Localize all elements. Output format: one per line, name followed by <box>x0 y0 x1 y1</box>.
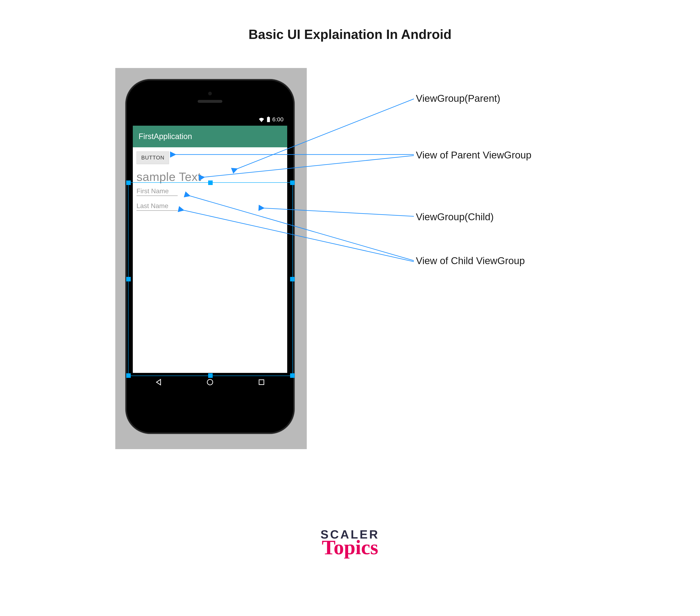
diagram-area: 6:00 FirstApplication BUTTON sample Text… <box>115 68 609 501</box>
status-time: 6:00 <box>272 116 284 123</box>
svg-point-2 <box>207 380 213 385</box>
svg-rect-1 <box>268 116 269 117</box>
home-icon[interactable] <box>206 378 214 386</box>
svg-rect-0 <box>267 117 270 122</box>
navigation-bar <box>133 373 287 392</box>
brand-logo-bottom: Topics <box>0 535 700 559</box>
phone-camera-icon <box>208 92 212 95</box>
label-parent-viewgroup: ViewGroup(Parent) <box>416 93 500 104</box>
first-name-input[interactable]: First Name <box>137 187 178 196</box>
phone-speaker-icon <box>198 100 222 103</box>
battery-icon <box>267 116 270 122</box>
recents-icon[interactable] <box>257 378 266 386</box>
phone-screen: 6:00 FirstApplication BUTTON sample Text… <box>133 113 287 392</box>
phone-backdrop: 6:00 FirstApplication BUTTON sample Text… <box>115 68 307 449</box>
sample-text-view: sample Text <box>137 170 284 184</box>
wifi-icon <box>258 117 265 122</box>
status-bar: 6:00 <box>133 113 287 126</box>
label-child-view: View of Child ViewGroup <box>416 255 525 267</box>
page-title: Basic UI Explaination In Android <box>0 27 700 42</box>
app-content: BUTTON sample Text First Name Last Name <box>133 147 287 215</box>
app-bar-title: FirstApplication <box>139 132 192 141</box>
svg-rect-3 <box>259 380 264 384</box>
brand-logo: SCALER Topics <box>0 527 700 559</box>
last-name-input[interactable]: Last Name <box>137 202 178 211</box>
phone-body: 6:00 FirstApplication BUTTON sample Text… <box>126 79 295 434</box>
back-icon[interactable] <box>154 378 163 386</box>
button-view[interactable]: BUTTON <box>137 151 169 164</box>
label-child-viewgroup: ViewGroup(Child) <box>416 211 494 222</box>
app-bar: FirstApplication <box>133 126 287 147</box>
label-parent-view: View of Parent ViewGroup <box>416 149 532 161</box>
